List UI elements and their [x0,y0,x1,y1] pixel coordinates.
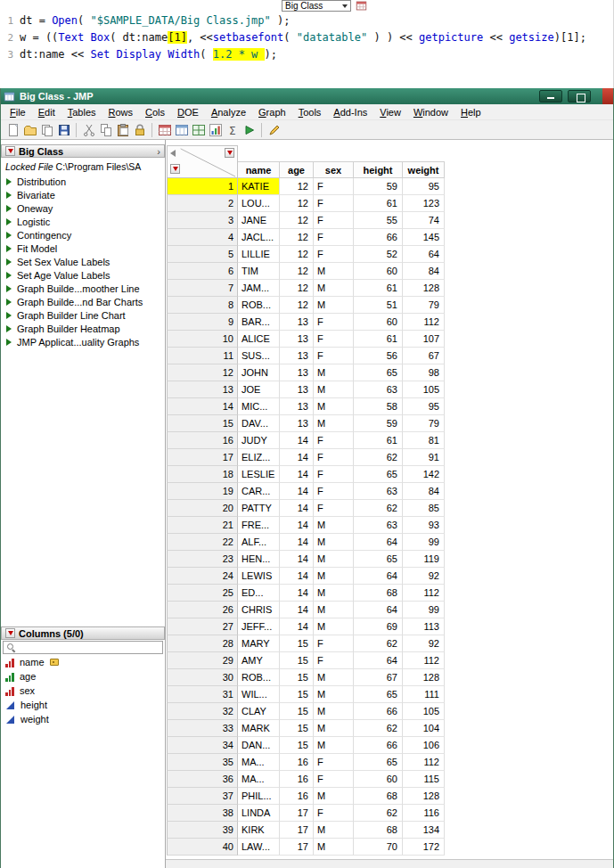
cell-weight[interactable]: 119 [403,551,445,568]
table-row[interactable]: 30ROB...15M67128 [167,669,613,686]
cell-weight[interactable]: 116 [403,805,445,822]
cell-age[interactable]: 14 [280,618,314,635]
cell-height[interactable]: 64 [354,534,403,551]
cell-height[interactable]: 63 [354,517,403,534]
cell-age[interactable]: 14 [280,602,314,618]
cell-height[interactable]: 62 [354,805,403,822]
menu-rows[interactable]: Rows [102,106,140,119]
table-row[interactable]: 33MARK15M62104 [167,720,613,737]
cell-age[interactable]: 15 [280,652,314,669]
table-row[interactable]: 40LAW...17M70172 [167,839,613,856]
cell-sex[interactable]: F [314,652,354,669]
collapse-panel-icon[interactable] [170,150,176,157]
save-as-icon[interactable] [38,121,55,138]
cell-name[interactable]: KIRK [238,822,280,839]
cell-weight[interactable]: 81 [403,432,445,449]
cell-name[interactable]: FRE... [238,517,280,534]
table-row[interactable]: 24LEWIS14M6492 [167,568,613,585]
cell-weight[interactable]: 112 [403,314,445,331]
row-number-cell[interactable]: 11 [167,348,238,364]
cell-weight[interactable]: 115 [403,771,445,788]
copy-icon[interactable] [97,121,114,138]
table-row[interactable]: 35MA...16F65112 [167,754,613,771]
cell-sex[interactable]: F [314,754,354,771]
row-number-cell[interactable]: 12 [167,364,238,381]
cell-age[interactable]: 16 [280,771,314,788]
cell-sex[interactable]: M [314,280,354,297]
cell-height[interactable]: 65 [354,754,403,771]
data-table-icon[interactable] [156,121,173,138]
table-row[interactable]: 31WIL...15M65111 [167,686,613,703]
cell-sex[interactable]: F [314,635,354,652]
cell-age[interactable]: 12 [280,280,314,297]
cell-sex[interactable]: M [314,618,354,635]
row-number-cell[interactable]: 18 [167,466,238,483]
column-search-input[interactable] [19,643,162,652]
cell-name[interactable]: CHRIS [238,602,280,618]
cell-height[interactable]: 65 [354,686,403,703]
table-row[interactable]: 19CAR...14F6384 [167,483,613,500]
cell-height[interactable]: 62 [354,449,403,466]
row-number-cell[interactable]: 29 [167,652,238,669]
cell-age[interactable]: 14 [280,466,314,483]
cell-sex[interactable]: F [314,483,354,500]
cell-name[interactable]: KATIE [238,178,280,195]
cell-age[interactable]: 13 [280,381,314,398]
script-item[interactable]: Set Sex Value Labels [1,255,165,268]
table-row[interactable]: 36MA...16F60115 [167,771,613,788]
cell-height[interactable]: 64 [354,602,403,618]
cell-weight[interactable]: 128 [403,788,445,805]
cell-name[interactable]: LEWIS [238,568,280,585]
cell-height[interactable]: 66 [354,737,403,754]
cell-age[interactable]: 15 [280,635,314,652]
cell-age[interactable]: 14 [280,534,314,551]
cell-weight[interactable]: 99 [403,602,445,618]
table-row[interactable]: 21FRE...14M6393 [167,517,613,534]
row-number-cell[interactable]: 31 [167,686,238,703]
cell-sex[interactable]: M [314,788,354,805]
cell-weight[interactable]: 172 [403,839,445,856]
script-item[interactable]: Graph Builde...nd Bar Charts [1,295,165,308]
script-item[interactable]: Contingency [1,228,165,242]
title-bar[interactable]: Big Class - JMP [1,88,613,104]
cell-height[interactable]: 59 [354,415,403,432]
table-row[interactable]: 6TIM12M6084 [167,263,613,280]
row-number-cell[interactable]: 6 [167,263,238,280]
cell-age[interactable]: 12 [280,229,314,246]
cell-age[interactable]: 12 [280,212,314,229]
row-number-cell[interactable]: 37 [167,788,238,805]
cell-name[interactable]: CLAY [238,703,280,720]
cell-height[interactable]: 66 [354,703,403,720]
cell-sex[interactable]: F [314,500,354,517]
cell-age[interactable]: 15 [280,669,314,686]
row-number-cell[interactable]: 32 [167,703,238,720]
cell-weight[interactable]: 142 [403,466,445,483]
column-header-height[interactable]: height [354,161,403,178]
cell-height[interactable]: 69 [354,618,403,635]
cell-name[interactable]: JOHN [238,364,280,381]
row-number-cell[interactable]: 9 [167,314,238,331]
cell-height[interactable]: 60 [354,314,403,331]
column-header-sex[interactable]: sex [314,161,354,178]
cell-sex[interactable]: F [314,178,354,195]
maximize-button[interactable] [568,90,591,102]
table-row[interactable]: 7JAM...12M61128 [167,280,613,297]
cell-weight[interactable]: 112 [403,585,445,602]
cell-sex[interactable]: M [314,415,354,432]
cell-sex[interactable]: M [314,398,354,415]
row-number-cell[interactable]: 34 [167,737,238,754]
cell-name[interactable]: MARK [238,720,280,737]
cell-age[interactable]: 13 [280,415,314,432]
cell-age[interactable]: 13 [280,314,314,331]
cell-age[interactable]: 14 [280,551,314,568]
script-item[interactable]: Graph Builde...moother Line [1,282,165,295]
cell-sex[interactable]: M [314,585,354,602]
cell-age[interactable]: 12 [280,178,314,195]
cell-height[interactable]: 59 [354,178,403,195]
table-row[interactable]: 27JEFF...14M69113 [167,618,613,635]
cell-age[interactable]: 17 [280,805,314,822]
cell-weight[interactable]: 91 [403,449,445,466]
cut-icon[interactable] [80,121,97,138]
cell-sex[interactable]: M [314,517,354,534]
cell-height[interactable]: 62 [354,500,403,517]
